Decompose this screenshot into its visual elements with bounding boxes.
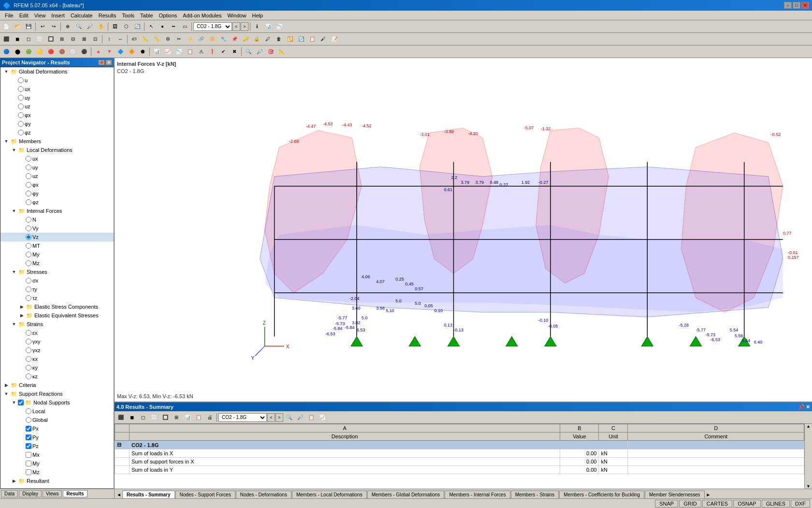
- tb3-13[interactable]: ⬟: [137, 46, 148, 57]
- expand-members[interactable]: ▼: [2, 137, 10, 145]
- tree-Mt[interactable]: MT: [0, 241, 114, 250]
- tab-results-summary[interactable]: Results - Summary: [122, 491, 175, 498]
- tb3-16[interactable]: 📉: [174, 46, 184, 57]
- radio-Vy[interactable]: [26, 225, 31, 231]
- tb-results-on[interactable]: 📊: [263, 21, 274, 32]
- tb2-3[interactable]: ◻: [23, 34, 34, 45]
- tab-members-strains[interactable]: Members - Strains: [511, 491, 559, 498]
- tb-render[interactable]: 🖼: [110, 21, 120, 32]
- tb2-16[interactable]: ✂: [174, 34, 184, 45]
- tb2-25[interactable]: 🗑: [274, 34, 284, 45]
- menu-help[interactable]: Help: [249, 12, 266, 19]
- tb3-18[interactable]: ⚠: [196, 46, 206, 57]
- tree-support-reactions[interactable]: ▼ 📁 Support Reactions: [0, 389, 114, 398]
- tb2-14[interactable]: 📏: [151, 34, 162, 45]
- tree-global-def[interactable]: ▼ 📁 Global Deformations: [0, 67, 114, 76]
- tb-select[interactable]: ↖: [146, 21, 157, 32]
- tb3-5[interactable]: 🔴: [45, 46, 56, 57]
- close-btn[interactable]: ✕: [801, 2, 809, 9]
- bottom-combo-next[interactable]: >: [276, 413, 283, 422]
- radio-ky[interactable]: [26, 365, 31, 371]
- tb2-29[interactable]: 🖋: [318, 34, 329, 45]
- radio-Mz[interactable]: [26, 260, 31, 266]
- tree-elastic-equiv[interactable]: ▶ 📁 Elastic Equivalent Stresses: [0, 311, 114, 320]
- checkbox-My-sr[interactable]: [26, 461, 31, 466]
- radio-ty[interactable]: [26, 286, 31, 292]
- tb-save[interactable]: 💾: [23, 21, 34, 32]
- tabs-scroll-right[interactable]: ►: [705, 492, 712, 497]
- menu-addons[interactable]: Add-on Modules: [180, 12, 224, 19]
- bt-7[interactable]: 📊: [182, 412, 193, 423]
- tree-stresses[interactable]: ▼ 📁 Stresses: [0, 268, 114, 276]
- tree-strains[interactable]: ▼ 📁 Strains: [0, 320, 114, 329]
- tb3-15[interactable]: 📈: [162, 46, 173, 57]
- status-cartes[interactable]: CARTES: [702, 500, 732, 508]
- tree-Mx-sr[interactable]: Mx: [0, 450, 114, 459]
- tb-member[interactable]: ━: [168, 21, 179, 32]
- radio-ex[interactable]: [26, 330, 31, 336]
- status-osnap[interactable]: OSNAP: [733, 500, 761, 508]
- tb2-21[interactable]: 📌: [229, 34, 240, 45]
- tree-luz[interactable]: uz: [0, 172, 114, 180]
- tb2-10[interactable]: ↕: [104, 34, 115, 45]
- tree-kz[interactable]: κz: [0, 372, 114, 381]
- bt-filter[interactable]: 🔍: [284, 412, 294, 423]
- bottom-panel-close[interactable]: ✕: [806, 404, 810, 410]
- bt-chart[interactable]: 📈: [317, 412, 328, 423]
- tab-members-local-def[interactable]: Members - Local Deformations: [292, 491, 367, 498]
- expand-elastic-stress[interactable]: ▶: [18, 303, 26, 311]
- tb2-15[interactable]: ⚙: [162, 34, 173, 45]
- tree-lphiy[interactable]: φy: [0, 189, 114, 198]
- tree-criteria[interactable]: ▶ 📁 Criteria: [0, 381, 114, 389]
- tb3-14[interactable]: 📊: [151, 46, 162, 57]
- expand-global-def[interactable]: ▼: [2, 68, 10, 75]
- tree-ky[interactable]: κy: [0, 363, 114, 372]
- tb2-7[interactable]: ⊟: [68, 34, 78, 45]
- tb3-8[interactable]: ⚫: [79, 46, 89, 57]
- tb-open[interactable]: 📂: [12, 21, 23, 32]
- tree-Vz[interactable]: Vz: [0, 233, 114, 241]
- tb3-23[interactable]: 🔎: [254, 46, 265, 57]
- bt-1[interactable]: ⬛: [116, 412, 126, 423]
- status-grid[interactable]: GRID: [679, 500, 701, 508]
- expand-elastic-equiv[interactable]: ▶: [18, 312, 26, 319]
- menu-file[interactable]: File: [2, 12, 16, 19]
- tree-global[interactable]: Global: [0, 416, 114, 424]
- tab-nodes-deformations[interactable]: Nodes - Deformations: [236, 491, 291, 498]
- expand-resultant[interactable]: ▶: [10, 477, 18, 485]
- tab-results[interactable]: Results: [63, 490, 87, 497]
- expand-internal-forces[interactable]: ▼: [10, 207, 18, 215]
- tree-tz[interactable]: τz: [0, 294, 114, 302]
- tb-zoom-in[interactable]: 🔍: [73, 21, 84, 32]
- tb3-11[interactable]: 🔷: [115, 46, 126, 57]
- tree-Mz-sr[interactable]: Mz: [0, 468, 114, 477]
- radio-gxz[interactable]: [26, 347, 31, 353]
- tree-gxy[interactable]: γxy: [0, 337, 114, 346]
- tree-My-sr[interactable]: My: [0, 459, 114, 468]
- tree-Py[interactable]: Py: [0, 433, 114, 442]
- tb2-9[interactable]: ⊡: [90, 34, 101, 45]
- maximize-btn[interactable]: □: [793, 2, 800, 9]
- radio-N[interactable]: [26, 217, 31, 223]
- tb2-4[interactable]: ⬜: [34, 34, 45, 45]
- expand-criteria[interactable]: ▶: [2, 381, 10, 389]
- tb3-7[interactable]: ⚪: [68, 46, 78, 57]
- tb2-23[interactable]: 🔒: [251, 34, 262, 45]
- tb2-12[interactable]: 🏷: [129, 34, 140, 45]
- tree-lux[interactable]: ux: [0, 154, 114, 163]
- bottom-scrollbar[interactable]: ▲ ▼: [804, 424, 812, 489]
- bt-zoom[interactable]: 🔎: [295, 412, 305, 423]
- expand-stresses[interactable]: ▼: [10, 268, 18, 276]
- tb3-9[interactable]: 🔺: [93, 46, 103, 57]
- radio-Mt[interactable]: [26, 243, 31, 249]
- bt-9[interactable]: 🖨: [204, 412, 215, 423]
- tab-members-global-def[interactable]: Members - Global Deformations: [367, 491, 445, 498]
- radio-tz[interactable]: [26, 295, 31, 301]
- status-snap[interactable]: SNAP: [655, 500, 678, 508]
- checkbox-Px[interactable]: [26, 426, 31, 432]
- tree-elastic-stress[interactable]: ▶ 📁 Elastic Stress Components: [0, 302, 114, 311]
- radio-My[interactable]: [26, 252, 31, 257]
- tb3-17[interactable]: 📋: [185, 46, 195, 57]
- minimize-btn[interactable]: −: [784, 2, 792, 9]
- tree-N[interactable]: N: [0, 215, 114, 224]
